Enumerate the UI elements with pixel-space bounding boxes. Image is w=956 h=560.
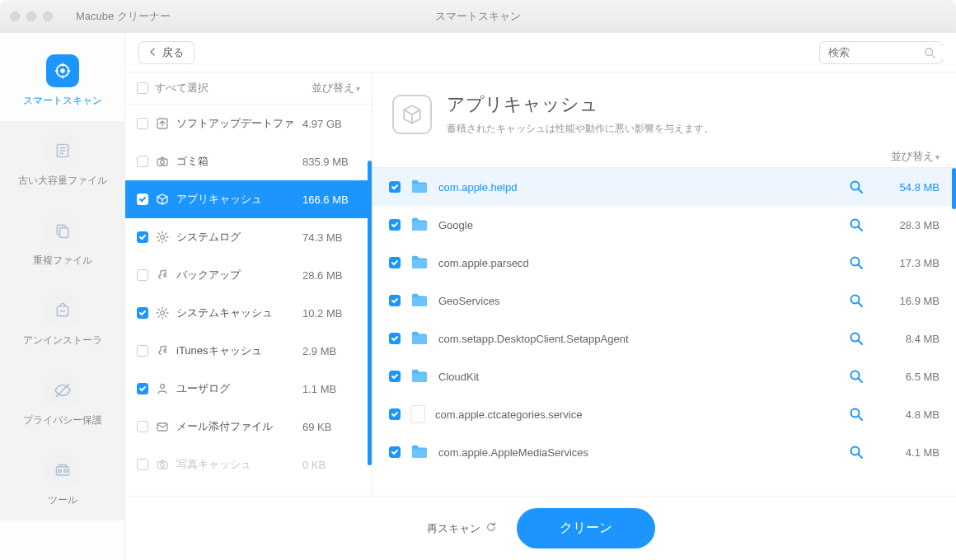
detail-list: com.apple.helpd54.8 MBGoogle28.3 MBcom.a…: [373, 168, 956, 496]
rescan-button[interactable]: 再スキャン: [427, 521, 497, 536]
category-size: 835.9 MB: [302, 156, 360, 168]
clean-button[interactable]: クリーン: [517, 508, 655, 548]
bottom-bar: 再スキャン クリーン: [125, 496, 956, 560]
back-button[interactable]: 戻る: [138, 41, 194, 64]
sidebar-item-smart-scan[interactable]: スマートスキャン: [0, 41, 124, 121]
svg-point-24: [161, 311, 165, 315]
chevron-left-icon: [149, 46, 157, 58]
category-row[interactable]: iTunesキャッシュ2.9 MB: [125, 332, 372, 370]
category-row[interactable]: バックアップ28.6 MB: [125, 256, 372, 294]
detail-row[interactable]: com.apple.parsecd17.3 MB: [373, 244, 956, 282]
category-row[interactable]: ソフトアップデートファ4.97 GB: [125, 105, 372, 142]
category-row[interactable]: メール添付ファイル69 KB: [125, 408, 372, 446]
file-icon: [410, 405, 425, 423]
detail-scrollbar[interactable]: [952, 168, 956, 209]
category-size: 0 KB: [302, 459, 360, 471]
smart-scan-icon: [46, 54, 79, 87]
detail-checkbox[interactable]: [389, 219, 401, 231]
category-checkbox[interactable]: [137, 269, 148, 281]
category-row[interactable]: 写真キャッシュ0 KB: [125, 446, 372, 483]
category-checkbox[interactable]: [137, 459, 148, 470]
detail-row[interactable]: GeoServices16.9 MB: [373, 282, 956, 320]
category-sort-button[interactable]: 並び替え ▾: [312, 81, 360, 96]
reveal-button[interactable]: [849, 255, 864, 270]
reveal-button[interactable]: [849, 445, 864, 460]
sidebar-item-label: アンインストーラ: [23, 334, 102, 348]
detail-row[interactable]: com.apple.helpd54.8 MB: [373, 168, 956, 206]
reveal-button[interactable]: [849, 217, 864, 232]
detail-row[interactable]: CloudKit6.5 MB: [373, 357, 956, 395]
folder-icon: [410, 179, 429, 196]
search-input-wrapper[interactable]: [819, 41, 943, 64]
category-row[interactable]: ユーザログ1.1 MB: [125, 370, 372, 408]
detail-row[interactable]: com.apple.AppleMediaServices4.1 MB: [373, 433, 956, 471]
category-checkbox[interactable]: [137, 231, 148, 243]
category-label: ゴミ箱: [176, 154, 296, 169]
category-label: 写真キャッシュ: [176, 457, 296, 472]
detail-label: com.apple.parsecd: [438, 257, 839, 269]
app-title: Macube クリーナー: [76, 9, 171, 24]
detail-checkbox[interactable]: [389, 295, 401, 306]
category-label: ソフトアップデートファ: [176, 116, 296, 131]
svg-line-19: [932, 54, 935, 58]
reveal-button[interactable]: [849, 369, 864, 384]
detail-row[interactable]: Google28.3 MB: [373, 206, 956, 244]
category-scrollbar[interactable]: [368, 161, 372, 465]
sidebar-item-uninstaller[interactable]: アンインストーラ: [0, 281, 124, 361]
detail-sort-button[interactable]: 並び替え ▾: [891, 149, 940, 164]
select-all-checkbox[interactable]: [137, 82, 148, 94]
reveal-button[interactable]: [849, 293, 864, 308]
svg-point-17: [63, 469, 66, 472]
detail-size: 6.5 MB: [874, 371, 940, 383]
search-input[interactable]: [828, 46, 956, 58]
camera-icon: [155, 457, 170, 472]
sidebar-item-large-old[interactable]: 古い大容量ファイル: [0, 121, 124, 201]
category-label: システムログ: [176, 230, 296, 245]
category-row[interactable]: システムキャッシュ10.2 MB: [125, 294, 372, 332]
category-size: 10.2 MB: [302, 307, 360, 320]
duplicate-icon: [46, 214, 79, 247]
sidebar-item-tools[interactable]: ツール: [0, 441, 124, 520]
detail-checkbox[interactable]: [389, 181, 401, 193]
reveal-button[interactable]: [849, 331, 864, 346]
select-all-label: すべて選択: [155, 81, 209, 96]
category-checkbox[interactable]: [137, 194, 148, 205]
camera-icon: [155, 154, 170, 169]
detail-checkbox[interactable]: [389, 371, 401, 382]
zoom-dot[interactable]: [43, 12, 53, 21]
sidebar-item-label: 重複ファイル: [33, 254, 92, 268]
detail-checkbox[interactable]: [389, 408, 401, 420]
sidebar-item-label: プライバシー保護: [23, 413, 102, 427]
category-checkbox[interactable]: [137, 383, 148, 394]
privacy-icon: [46, 374, 79, 407]
sidebar-item-duplicate[interactable]: 重複ファイル: [0, 201, 124, 281]
minimize-dot[interactable]: [26, 12, 36, 21]
detail-label: com.apple.AppleMediaServices: [438, 446, 839, 459]
category-checkbox[interactable]: [137, 118, 148, 129]
reveal-button[interactable]: [849, 180, 864, 194]
detail-size: 8.4 MB: [874, 333, 940, 345]
detail-checkbox[interactable]: [389, 446, 401, 458]
detail-checkbox[interactable]: [389, 333, 401, 344]
folder-icon: [410, 444, 429, 461]
detail-row[interactable]: com.setapp.DesktopClient.SetappAgent8.4 …: [373, 320, 956, 357]
category-checkbox[interactable]: [137, 345, 148, 357]
category-row[interactable]: システムログ74.3 MB: [125, 218, 372, 256]
category-checkbox[interactable]: [137, 421, 148, 432]
music-note-icon: [155, 343, 170, 358]
category-row[interactable]: アプリキャッシュ166.6 MB: [125, 180, 372, 218]
sidebar-item-privacy[interactable]: プライバシー保護: [0, 361, 124, 441]
detail-checkbox[interactable]: [389, 257, 401, 268]
detail-label: com.apple.helpd: [438, 181, 839, 194]
detail-row[interactable]: com.apple.ctcategories.service4.8 MB: [373, 395, 956, 433]
category-checkbox[interactable]: [137, 307, 148, 319]
rescan-label: 再スキャン: [427, 521, 480, 536]
detail-column: アプリキャッシュ 蓄積されたキャッシュは性能や動作に悪い影響を与えます。 並び替…: [373, 72, 956, 496]
close-dot[interactable]: [10, 12, 20, 21]
reveal-button[interactable]: [849, 407, 864, 422]
category-row[interactable]: ゴミ箱835.9 MB: [125, 142, 372, 180]
category-label: バックアップ: [176, 268, 296, 282]
svg-line-32: [859, 227, 863, 231]
detail-label: com.apple.ctcategories.service: [435, 408, 839, 421]
category-checkbox[interactable]: [137, 156, 148, 167]
